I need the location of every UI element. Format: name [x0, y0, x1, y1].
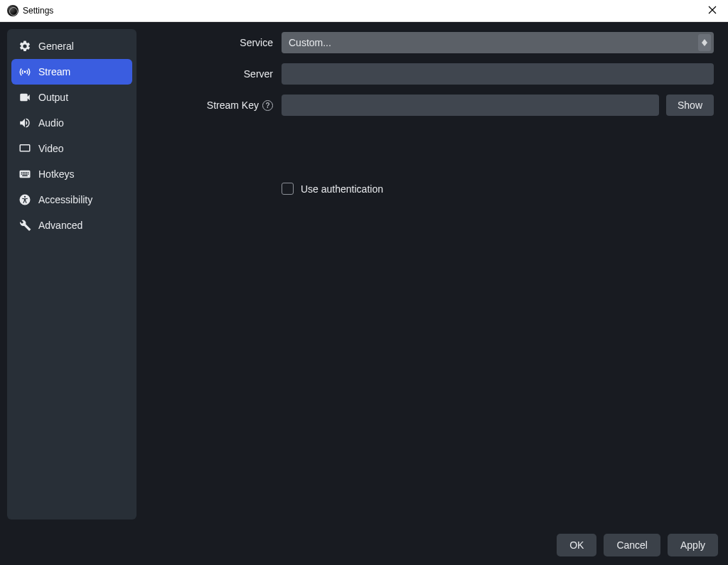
sidebar-item-video[interactable]: Video: [11, 136, 132, 161]
window-title: Settings: [23, 6, 53, 16]
service-select-value: Custom...: [289, 37, 331, 48]
sidebar-item-hotkeys[interactable]: Hotkeys: [11, 161, 132, 187]
titlebar: Settings: [0, 0, 728, 22]
tools-icon: [18, 219, 31, 232]
auth-checkbox-label: Use authentication: [301, 183, 383, 195]
main-area: General Stream Output Audio: [0, 22, 728, 527]
auth-checkbox[interactable]: [282, 183, 294, 195]
app-icon: [7, 5, 18, 16]
streamkey-input[interactable]: [282, 95, 659, 116]
sidebar-item-label: Advanced: [38, 220, 82, 231]
streamkey-row: Stream Key ? Show: [146, 95, 714, 116]
content-panel: Service Custom... Server: [146, 29, 721, 520]
volume-icon: [18, 117, 31, 129]
server-label: Server: [146, 68, 282, 80]
sidebar-item-general[interactable]: General: [11, 33, 132, 59]
server-row: Server: [146, 63, 714, 85]
cancel-button[interactable]: Cancel: [604, 534, 660, 556]
antenna-icon: [18, 65, 31, 78]
sidebar-item-label: Audio: [38, 117, 64, 129]
close-icon[interactable]: [704, 4, 721, 18]
help-icon[interactable]: ?: [262, 100, 273, 111]
show-button[interactable]: Show: [666, 95, 714, 116]
auth-checkbox-wrap[interactable]: Use authentication: [282, 183, 383, 195]
service-select[interactable]: Custom...: [282, 32, 714, 53]
gear-icon: [18, 40, 31, 53]
sidebar-item-label: Video: [38, 143, 64, 154]
monitor-icon: [18, 142, 31, 155]
footer: OK Cancel Apply: [0, 527, 728, 565]
server-input[interactable]: [282, 63, 714, 85]
sidebar-item-label: Accessibility: [38, 194, 92, 205]
updown-icon: [698, 34, 711, 51]
accessibility-icon: [18, 193, 31, 206]
keyboard-icon: [18, 168, 31, 181]
sidebar-item-stream[interactable]: Stream: [11, 59, 132, 85]
service-label: Service: [146, 37, 282, 48]
service-row: Service Custom...: [146, 32, 714, 53]
sidebar-item-label: Hotkeys: [38, 168, 75, 180]
streamkey-label: Stream Key: [207, 99, 259, 111]
sidebar-item-label: Output: [38, 92, 68, 103]
titlebar-left: Settings: [7, 5, 53, 16]
sidebar-item-output[interactable]: Output: [11, 85, 132, 110]
ok-button[interactable]: OK: [557, 534, 596, 556]
auth-row: Use authentication: [146, 183, 714, 195]
camera-icon: [18, 91, 31, 104]
sidebar-item-label: General: [38, 41, 74, 52]
apply-button[interactable]: Apply: [668, 534, 718, 556]
sidebar-item-audio[interactable]: Audio: [11, 110, 132, 136]
sidebar-item-label: Stream: [38, 66, 70, 77]
app-body: General Stream Output Audio: [0, 22, 728, 565]
sidebar-item-accessibility[interactable]: Accessibility: [11, 187, 132, 212]
sidebar: General Stream Output Audio: [7, 29, 136, 520]
sidebar-item-advanced[interactable]: Advanced: [11, 212, 132, 238]
